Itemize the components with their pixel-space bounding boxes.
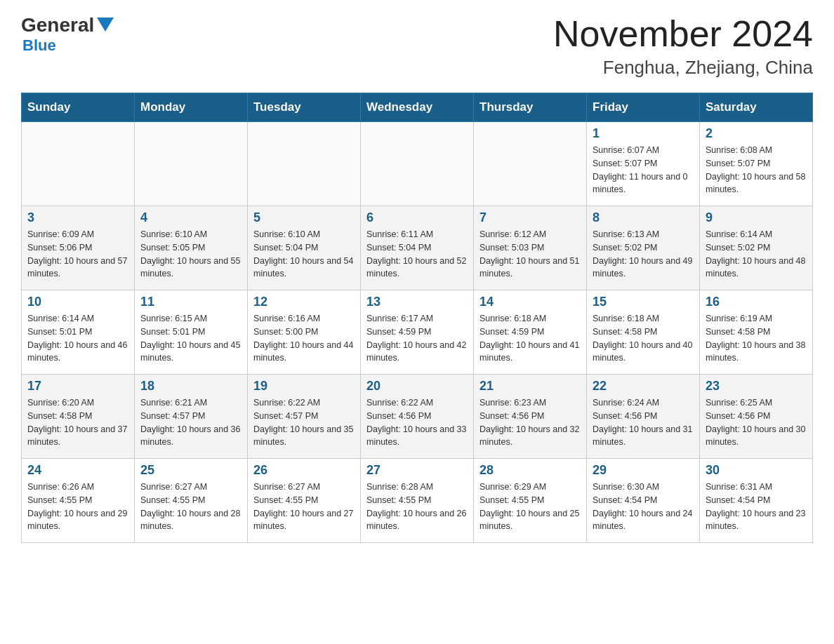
day-number: 14 [479,295,581,309]
week-row-3: 10Sunrise: 6:14 AMSunset: 5:01 PMDayligh… [22,290,813,375]
logo: General Blue [21,14,114,55]
column-header-sunday: Sunday [22,93,135,122]
day-cell [361,122,474,206]
day-number: 1 [593,126,694,141]
logo-triangle-icon [97,18,114,32]
day-cell: 24Sunrise: 6:26 AMSunset: 4:55 PMDayligh… [22,459,135,543]
day-number: 15 [593,295,694,309]
day-cell: 22Sunrise: 6:24 AMSunset: 4:56 PMDayligh… [587,375,700,459]
day-info: Sunrise: 6:31 AMSunset: 4:54 PMDaylight:… [706,481,807,533]
day-cell: 9Sunrise: 6:14 AMSunset: 5:02 PMDaylight… [700,206,813,290]
logo-general-text: General [21,14,114,36]
day-number: 10 [27,295,128,309]
day-info: Sunrise: 6:15 AMSunset: 5:01 PMDaylight:… [140,312,241,365]
day-cell: 12Sunrise: 6:16 AMSunset: 5:00 PMDayligh… [248,290,361,375]
day-info: Sunrise: 6:19 AMSunset: 4:58 PMDaylight:… [706,312,807,365]
day-cell: 5Sunrise: 6:10 AMSunset: 5:04 PMDaylight… [248,206,361,290]
day-number: 17 [27,379,128,394]
day-number: 2 [706,126,807,141]
day-cell: 19Sunrise: 6:22 AMSunset: 4:57 PMDayligh… [248,375,361,459]
day-cell: 13Sunrise: 6:17 AMSunset: 4:59 PMDayligh… [361,290,474,375]
week-row-4: 17Sunrise: 6:20 AMSunset: 4:58 PMDayligh… [22,375,813,459]
day-number: 8 [593,210,694,225]
day-info: Sunrise: 6:22 AMSunset: 4:57 PMDaylight:… [253,396,355,449]
day-cell [474,122,587,206]
column-header-tuesday: Tuesday [248,93,361,122]
day-info: Sunrise: 6:22 AMSunset: 4:56 PMDaylight:… [366,396,468,449]
day-info: Sunrise: 6:30 AMSunset: 4:54 PMDaylight:… [593,481,694,533]
week-row-2: 3Sunrise: 6:09 AMSunset: 5:06 PMDaylight… [22,206,813,290]
column-header-friday: Friday [587,93,700,122]
day-number: 12 [253,295,355,309]
day-cell: 7Sunrise: 6:12 AMSunset: 5:03 PMDaylight… [474,206,587,290]
day-cell: 29Sunrise: 6:30 AMSunset: 4:54 PMDayligh… [587,459,700,543]
page-title: November 2024 [553,14,813,54]
day-info: Sunrise: 6:29 AMSunset: 4:55 PMDaylight:… [479,481,581,533]
day-number: 6 [366,210,468,225]
day-number: 4 [140,210,241,225]
day-info: Sunrise: 6:26 AMSunset: 4:55 PMDaylight:… [27,481,128,533]
day-number: 25 [140,463,241,478]
day-info: Sunrise: 6:21 AMSunset: 4:57 PMDaylight:… [140,396,241,449]
day-number: 5 [253,210,355,225]
day-info: Sunrise: 6:10 AMSunset: 5:05 PMDaylight:… [140,228,241,281]
week-row-1: 1Sunrise: 6:07 AMSunset: 5:07 PMDaylight… [22,122,813,206]
day-cell: 27Sunrise: 6:28 AMSunset: 4:55 PMDayligh… [361,459,474,543]
day-number: 11 [140,295,241,309]
day-number: 27 [366,463,468,478]
day-number: 3 [27,210,128,225]
day-info: Sunrise: 6:18 AMSunset: 4:58 PMDaylight:… [593,312,694,365]
calendar-header: SundayMondayTuesdayWednesdayThursdayFrid… [22,93,813,122]
title-area: November 2024 Fenghua, Zhejiang, China [553,14,813,79]
day-number: 21 [479,379,581,394]
day-number: 16 [706,295,807,309]
day-info: Sunrise: 6:09 AMSunset: 5:06 PMDaylight:… [27,228,128,281]
day-info: Sunrise: 6:12 AMSunset: 5:03 PMDaylight:… [479,228,581,281]
day-cell: 10Sunrise: 6:14 AMSunset: 5:01 PMDayligh… [22,290,135,375]
day-info: Sunrise: 6:16 AMSunset: 5:00 PMDaylight:… [253,312,355,365]
day-cell: 17Sunrise: 6:20 AMSunset: 4:58 PMDayligh… [22,375,135,459]
day-info: Sunrise: 6:25 AMSunset: 4:56 PMDaylight:… [706,396,807,449]
week-row-5: 24Sunrise: 6:26 AMSunset: 4:55 PMDayligh… [22,459,813,543]
column-header-monday: Monday [135,93,248,122]
header: General Blue November 2024 Fenghua, Zhej… [21,14,813,79]
day-cell [135,122,248,206]
day-cell: 8Sunrise: 6:13 AMSunset: 5:02 PMDaylight… [587,206,700,290]
day-info: Sunrise: 6:23 AMSunset: 4:56 PMDaylight:… [479,396,581,449]
day-number: 30 [706,463,807,478]
logo-general-label: General [21,14,94,36]
day-number: 19 [253,379,355,394]
day-cell: 21Sunrise: 6:23 AMSunset: 4:56 PMDayligh… [474,375,587,459]
page-subtitle: Fenghua, Zhejiang, China [553,57,813,79]
day-info: Sunrise: 6:11 AMSunset: 5:04 PMDaylight:… [366,228,468,281]
calendar-table: SundayMondayTuesdayWednesdayThursdayFrid… [21,93,813,543]
day-number: 29 [593,463,694,478]
day-cell: 2Sunrise: 6:08 AMSunset: 5:07 PMDaylight… [700,122,813,206]
day-info: Sunrise: 6:28 AMSunset: 4:55 PMDaylight:… [366,481,468,533]
day-cell: 14Sunrise: 6:18 AMSunset: 4:59 PMDayligh… [474,290,587,375]
day-cell: 15Sunrise: 6:18 AMSunset: 4:58 PMDayligh… [587,290,700,375]
day-cell: 25Sunrise: 6:27 AMSunset: 4:55 PMDayligh… [135,459,248,543]
day-number: 18 [140,379,241,394]
day-info: Sunrise: 6:17 AMSunset: 4:59 PMDaylight:… [366,312,468,365]
day-info: Sunrise: 6:20 AMSunset: 4:58 PMDaylight:… [27,396,128,449]
day-number: 7 [479,210,581,225]
day-number: 22 [593,379,694,394]
day-info: Sunrise: 6:24 AMSunset: 4:56 PMDaylight:… [593,396,694,449]
column-header-saturday: Saturday [700,93,813,122]
day-cell [22,122,135,206]
day-cell: 4Sunrise: 6:10 AMSunset: 5:05 PMDaylight… [135,206,248,290]
day-info: Sunrise: 6:14 AMSunset: 5:01 PMDaylight:… [27,312,128,365]
column-header-wednesday: Wednesday [361,93,474,122]
header-row: SundayMondayTuesdayWednesdayThursdayFrid… [22,93,813,122]
day-info: Sunrise: 6:27 AMSunset: 4:55 PMDaylight:… [253,481,355,533]
day-cell: 6Sunrise: 6:11 AMSunset: 5:04 PMDaylight… [361,206,474,290]
day-cell: 23Sunrise: 6:25 AMSunset: 4:56 PMDayligh… [700,375,813,459]
day-number: 24 [27,463,128,478]
calendar-body: 1Sunrise: 6:07 AMSunset: 5:07 PMDaylight… [22,122,813,543]
day-info: Sunrise: 6:07 AMSunset: 5:07 PMDaylight:… [593,144,694,196]
day-info: Sunrise: 6:10 AMSunset: 5:04 PMDaylight:… [253,228,355,281]
day-info: Sunrise: 6:08 AMSunset: 5:07 PMDaylight:… [706,144,807,196]
day-number: 26 [253,463,355,478]
day-number: 9 [706,210,807,225]
